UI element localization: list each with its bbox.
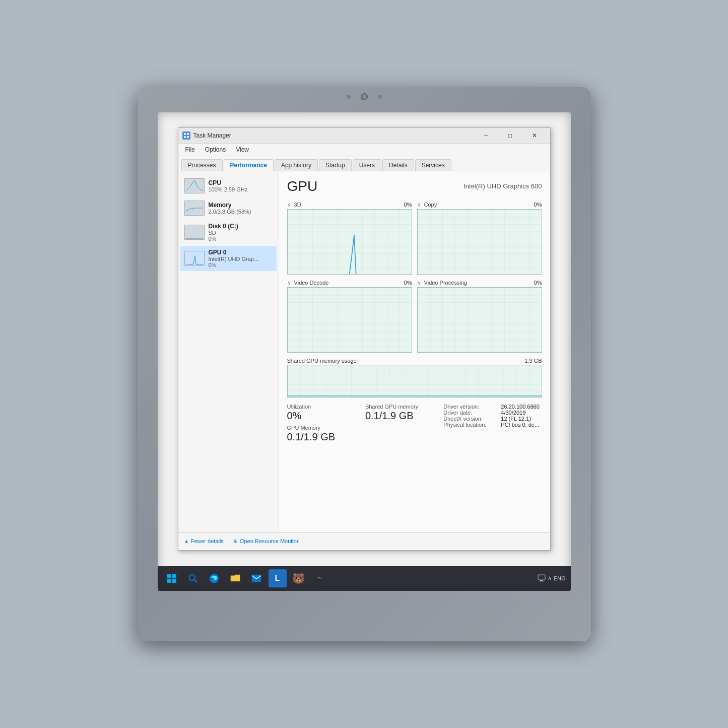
cpu-sub: 100% 2.59 GHz [209, 186, 273, 192]
chart-videodecode-label-row: ∨ Video Decode 0% [287, 280, 412, 286]
chart-videoprocessing-name: ∨ Video Processing [417, 280, 467, 286]
gpu-memory-block: GPU Memory 0.1/1.9 GB [287, 425, 357, 443]
titlebar-title: Task Manager [193, 132, 231, 139]
cpu-label: CPU [209, 179, 273, 186]
chart-3d: ∨ 3D 0% [287, 202, 412, 275]
chart-copy: ∨ Copy 0% [417, 202, 542, 275]
cpu-info: CPU 100% 2.59 GHz [209, 179, 273, 192]
main-title: GPU [287, 178, 318, 194]
svg-rect-13 [288, 365, 542, 397]
driver-date-key: Driver date: [443, 410, 499, 416]
minimize-button[interactable]: ─ [475, 128, 498, 143]
svg-rect-14 [167, 574, 171, 578]
close-button[interactable]: ✕ [523, 128, 546, 143]
taskbar-l-icon[interactable]: L [269, 569, 287, 587]
disk-label: Disk 0 (C:) [209, 223, 273, 230]
shared-mem-label: Shared GPU memory usage [287, 358, 357, 364]
tab-details[interactable]: Details [382, 159, 414, 171]
memory-label: Memory [209, 202, 273, 209]
chart-videoprocessing-canvas [417, 287, 542, 353]
gpu-thumb [184, 251, 205, 266]
sidebar-item-cpu[interactable]: CPU 100% 2.59 GHz [180, 175, 277, 196]
chart-3d-canvas [287, 209, 412, 275]
tab-performance[interactable]: Performance [224, 159, 274, 171]
svg-rect-9 [418, 210, 542, 275]
physical-key: Physical location: [443, 422, 499, 428]
physical-row: Physical location: PCI bus 0, de... [443, 422, 542, 428]
svg-rect-0 [184, 133, 186, 135]
svg-rect-24 [540, 580, 543, 581]
sidebar: CPU 100% 2.59 GHz Memo [178, 171, 279, 533]
sidebar-item-disk[interactable]: Disk 0 (C:) SD0% [180, 220, 277, 245]
titlebar: Task Manager ─ □ ✕ [178, 128, 550, 144]
tab-apphistory[interactable]: App history [275, 159, 318, 171]
tabbar: Processes Performance App history Startu… [178, 156, 550, 171]
taskbar-search-icon[interactable] [184, 569, 202, 587]
menu-options[interactable]: Options [201, 145, 230, 154]
taskbar-edge-icon[interactable] [205, 569, 223, 587]
svg-rect-16 [167, 579, 171, 583]
camera-dot-left [347, 95, 351, 99]
bottom-bar: ▲ Fewer details ⊞ Open Resource Monitor [178, 532, 550, 550]
physical-val: PCI bus 0, de... [501, 422, 539, 428]
chart-3d-pct: 0% [404, 202, 412, 208]
shared-mem-bar [287, 365, 542, 398]
open-monitor-link[interactable]: ⊞ Open Resource Monitor [234, 538, 299, 544]
chart-3d-name: ∨ 3D [287, 202, 301, 208]
svg-rect-25 [539, 581, 544, 581]
taskbar-time: ∧ [548, 575, 552, 581]
shared-gpu-label: Shared GPU memory [365, 404, 435, 410]
directx-val: 12 (FL 12.1) [501, 416, 531, 422]
gpu-sub: Intel(R) UHD Grap...0% [209, 256, 273, 268]
taskbar-system-tray: ∧ ENG [538, 574, 566, 582]
taskbar-mail-icon[interactable] [247, 569, 266, 587]
memory-thumb [184, 201, 205, 216]
driver-version-row: Driver version: 26.20.100.6860 [443, 404, 542, 410]
taskbar-tray-icon [538, 574, 546, 582]
memory-sub: 2.0/3.8 GB (53%) [209, 209, 273, 215]
tab-processes[interactable]: Processes [181, 159, 223, 171]
menu-view[interactable]: View [232, 145, 253, 154]
chart-videoprocessing-label-row: ∨ Video Processing 0% [417, 280, 542, 286]
taskbar-start-icon[interactable] [163, 569, 181, 587]
svg-rect-8 [288, 210, 412, 275]
gpu-memory-label: GPU Memory [287, 425, 357, 431]
driver-version-key: Driver version: [443, 404, 499, 410]
shared-gpu-block: Shared GPU memory 0.1/1.9 GB [365, 404, 435, 443]
disk-info: Disk 0 (C:) SD0% [209, 223, 273, 242]
taskbar: L 🐻 ~ ∧ ENG [158, 566, 571, 591]
taskbar-app2-icon[interactable]: ~ [311, 569, 329, 587]
sidebar-item-gpu[interactable]: GPU 0 Intel(R) UHD Grap...0% [180, 246, 277, 271]
titlebar-left: Task Manager [182, 131, 231, 140]
svg-rect-2 [184, 136, 186, 138]
stats-section: Utilization 0% GPU Memory 0.1/1.9 GB [287, 404, 357, 443]
driver-info-section: Driver version: 26.20.100.6860 Driver da… [443, 404, 542, 443]
taskbar-explorer-icon[interactable] [226, 569, 244, 587]
memory-info: Memory 2.0/3.8 GB (53%) [209, 202, 273, 215]
svg-rect-10 [288, 288, 412, 353]
chart-copy-label-row: ∨ Copy 0% [417, 202, 542, 208]
tab-services[interactable]: Services [415, 159, 451, 171]
disk-thumb [184, 225, 205, 240]
chart-videodecode-name: ∨ Video Decode [287, 280, 329, 286]
svg-rect-6 [185, 225, 204, 239]
taskbar-app-icon[interactable]: 🐻 [290, 569, 308, 587]
content-area: CPU 100% 2.59 GHz Memo [178, 171, 550, 533]
sidebar-item-memory[interactable]: Memory 2.0/3.8 GB (53%) [180, 197, 277, 219]
chart-copy-name: ∨ Copy [417, 202, 437, 208]
shared-mem-section: Shared GPU memory usage 1.9 GB [287, 358, 542, 398]
menu-file[interactable]: File [181, 145, 199, 154]
tab-startup[interactable]: Startup [319, 159, 352, 171]
chart-videodecode-pct: 0% [404, 280, 412, 286]
main-header: GPU Intel(R) UHD Graphics 600 [287, 178, 542, 194]
svg-rect-22 [251, 574, 260, 582]
cpu-thumb [184, 178, 205, 193]
gpu-memory-value: 0.1/1.9 GB [287, 431, 357, 443]
svg-rect-3 [187, 136, 189, 138]
fewer-details-link[interactable]: ▲ Fewer details [184, 538, 224, 544]
maximize-button[interactable]: □ [499, 128, 522, 143]
tab-users[interactable]: Users [353, 159, 381, 171]
chart-videodecode: ∨ Video Decode 0% [287, 280, 412, 353]
gpu-info: GPU 0 Intel(R) UHD Grap...0% [209, 249, 273, 268]
screen: Task Manager ─ □ ✕ File Options View Pro… [158, 112, 571, 591]
